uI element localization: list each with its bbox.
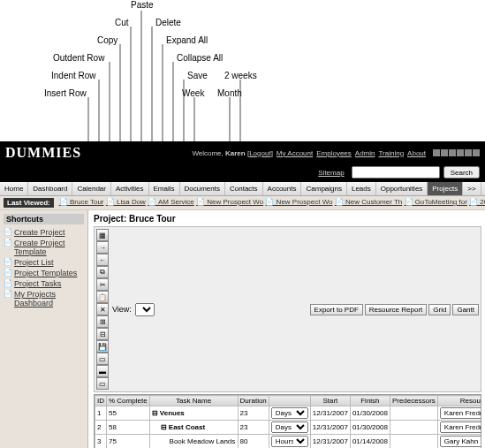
link-employees[interactable]: Employees	[316, 149, 352, 157]
recent-item[interactable]: 📄 2000 Tour Jac	[469, 198, 485, 206]
col-header[interactable]: Start	[310, 396, 350, 406]
tab-dashboard[interactable]: Dashboard	[28, 182, 72, 195]
shortcuts-title: Shortcuts	[4, 214, 84, 224]
tab-documents[interactable]: Documents	[180, 182, 225, 195]
annot-outdent: Outdent Row	[53, 53, 104, 63]
shortcut-item[interactable]: Create Project Template	[4, 238, 84, 257]
recent-item[interactable]: 📄 New Prospect Wo	[196, 198, 263, 206]
main-panel: Project: Bruce Tour ▦→←⧉✂📋✕⊞⊟💾▭▬▭ View: …	[88, 210, 485, 448]
save-button[interactable]: 💾	[96, 340, 109, 353]
tab-accounts[interactable]: Accounts	[263, 182, 302, 195]
view-select[interactable]	[135, 303, 155, 316]
copy-button[interactable]: ⧉	[96, 266, 109, 278]
last-viewed-label: Last Viewed:	[4, 198, 54, 208]
header-links: Welcome, Karen [Logout] My Account Emplo…	[192, 149, 480, 157]
col-header[interactable]	[269, 396, 310, 406]
shortcut-item[interactable]: Create Project	[4, 227, 84, 238]
link-myaccount[interactable]: My Account	[277, 149, 313, 157]
annot-2weeks: 2 weeks	[224, 71, 257, 80]
gantt-button[interactable]: Gantt	[452, 304, 479, 315]
link-training[interactable]: Training	[378, 149, 404, 157]
annot-delete: Delete	[155, 18, 181, 27]
recent-item[interactable]: 📄 New Prospect Wo	[265, 198, 332, 206]
resource-select[interactable]: Gary Kahn	[440, 436, 481, 447]
tab->>[interactable]: >>	[463, 182, 481, 195]
recent-item[interactable]: 📄 GoToMeeting for	[405, 198, 467, 206]
resource-report-button[interactable]: Resource Report	[365, 304, 427, 315]
indent-row-button[interactable]: →	[96, 241, 109, 254]
annot-expand-all: Expand All	[166, 35, 208, 45]
table-row[interactable]: 258⊟ East Coast23Days12/31/200701/30/200…	[95, 421, 482, 435]
task-name-cell[interactable]: ⊟ East Coast	[149, 421, 238, 435]
col-header[interactable]: Predecessors	[390, 396, 437, 406]
tab-emails[interactable]: Emails	[149, 182, 180, 195]
recent-item[interactable]: 📄 Bruce Tour	[59, 198, 104, 206]
project-title: Project: Bruce Tour	[94, 214, 481, 224]
paste-button[interactable]: 📋	[96, 291, 109, 303]
shortcut-item[interactable]: Project Templates	[4, 268, 84, 278]
logout-link[interactable]: Logout	[249, 149, 270, 157]
view-label: View:	[112, 305, 132, 314]
expand-all-button[interactable]: ⊞	[96, 315, 109, 328]
tab-campaigns[interactable]: Campaigns	[301, 182, 346, 195]
tab-projects[interactable]: Projects	[428, 182, 463, 195]
annot-save: Save	[187, 71, 208, 80]
main-menu: HomeDashboardCalendarActivitiesEmailsDoc…	[0, 182, 485, 196]
toolbar: ▦→←⧉✂📋✕⊞⊟💾▭▬▭ View: Export to PDFResourc…	[94, 226, 481, 392]
logo: DUMMIES	[5, 145, 81, 161]
outdent-row-button[interactable]: ←	[96, 254, 109, 266]
shortcut-item[interactable]: Project List	[4, 257, 84, 268]
recent-item[interactable]: 📄 New Customer Th	[335, 198, 403, 206]
duration-unit-select[interactable]: Hours	[271, 436, 308, 447]
cut-button[interactable]: ✂	[96, 278, 109, 291]
duration-unit-select[interactable]: Days	[271, 421, 308, 433]
link-about[interactable]: About	[407, 149, 426, 157]
resource-select[interactable]: Karen Fredricks	[440, 421, 481, 433]
annot-cut: Cut	[115, 18, 129, 27]
export-to-pdf-button[interactable]: Export to PDF	[310, 304, 363, 315]
search-input[interactable]	[352, 166, 440, 178]
resource-select[interactable]: Karen Fredricks	[440, 407, 481, 419]
sidebar: Shortcuts Create ProjectCreate Project T…	[0, 210, 88, 448]
annotation-overlay: Paste Cut Delete Copy Expand All Outdent…	[0, 0, 485, 141]
task-name-cell[interactable]: ⊟ Venues	[149, 406, 238, 421]
recent-item[interactable]: 📄 AM Service	[148, 198, 194, 206]
link-admin[interactable]: Admin	[355, 149, 375, 157]
welcome-text: Welcome, Karen [Logout]	[192, 149, 272, 157]
annot-week: Week	[182, 88, 204, 98]
tab-home[interactable]: Home	[0, 182, 28, 195]
search-row: Sitemap Search	[0, 164, 485, 182]
col-header[interactable]: Duration	[238, 396, 269, 406]
table-row[interactable]: 155⊟ Venues23Days12/31/200701/30/2008Kar…	[95, 406, 482, 421]
tab-activities[interactable]: Activities	[111, 182, 149, 195]
task-name-cell[interactable]: Book Meadow Lands	[149, 435, 238, 449]
delete-button[interactable]: ✕	[96, 303, 109, 315]
annot-paste: Paste	[131, 0, 154, 10]
month-button[interactable]: ▭	[96, 377, 109, 390]
duration-unit-select[interactable]: Days	[271, 407, 308, 419]
col-header[interactable]: Finish	[350, 396, 390, 406]
sitemap-link[interactable]: Sitemap	[318, 169, 344, 177]
collapse-all-button[interactable]: ⊟	[96, 328, 109, 340]
col-header[interactable]: % Complete	[107, 396, 150, 406]
shortcut-item[interactable]: My Projects Dashboard	[4, 289, 84, 308]
annot-collapse: Collapse All	[177, 53, 223, 63]
col-header[interactable]: ID	[95, 396, 107, 406]
tab-calendar[interactable]: Calendar	[72, 182, 110, 195]
week-button[interactable]: ▭	[96, 353, 109, 365]
col-header[interactable]: Task Name	[149, 396, 238, 406]
shortcut-item[interactable]: Project Tasks	[4, 278, 84, 289]
recent-item[interactable]: 📄 Lisa Dow	[106, 198, 146, 206]
table-row[interactable]: 375Book Meadow Lands80Hours12/31/200701/…	[95, 435, 482, 449]
theme-swatches[interactable]	[433, 149, 480, 156]
tab-opportunities[interactable]: Opportunities	[376, 182, 428, 195]
annot-month: Month	[217, 88, 242, 98]
tab-contacts[interactable]: Contacts	[225, 182, 263, 195]
insert-row-button[interactable]: ▦	[96, 229, 109, 241]
col-header[interactable]: Resource	[437, 396, 481, 406]
2weeks-button[interactable]: ▬	[96, 365, 109, 377]
search-button[interactable]: Search	[443, 166, 480, 178]
tab-leads[interactable]: Leads	[347, 182, 376, 195]
grid-button[interactable]: Grid	[428, 304, 451, 315]
annot-indent: Indent Row	[51, 71, 96, 80]
